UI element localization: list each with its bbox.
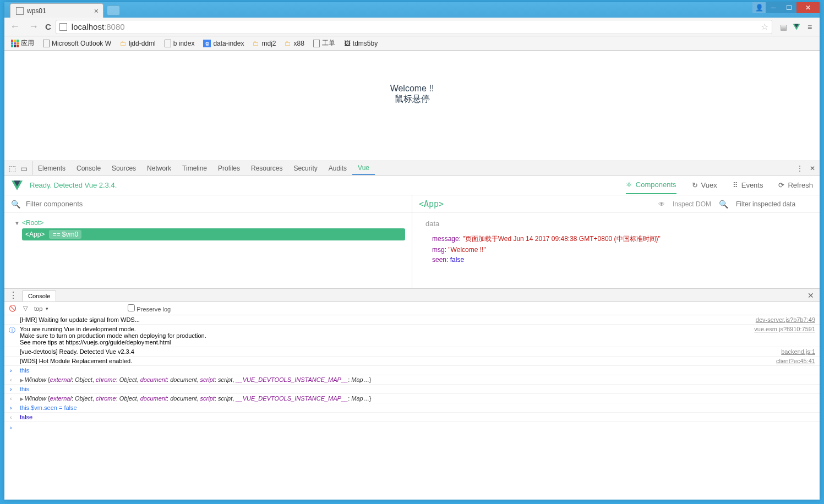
vue-tab-vuex[interactable]: ↻Vuex bbox=[692, 177, 717, 194]
page-content: Welcome !! 鼠标悬停 bbox=[4, 51, 820, 161]
bookmark-item[interactable]: gdata-index bbox=[200, 39, 247, 48]
tree-app-selected[interactable]: <App> == $vm0 bbox=[22, 228, 405, 240]
source-link[interactable]: backend.js:1 bbox=[774, 348, 815, 355]
new-tab-button[interactable] bbox=[107, 6, 120, 15]
back-button[interactable]: ← bbox=[8, 21, 22, 32]
forward-button[interactable]: → bbox=[26, 21, 41, 32]
devtools-menu-icon[interactable]: ⋮ bbox=[796, 165, 803, 172]
tab-security[interactable]: Security bbox=[288, 161, 323, 175]
console-line[interactable]: this bbox=[4, 385, 820, 394]
omnibox[interactable]: localhost:8080 ☆ bbox=[56, 20, 772, 34]
url-port: :8080 bbox=[104, 22, 125, 31]
tab-vue[interactable]: Vue bbox=[352, 161, 375, 175]
reload-button[interactable]: C bbox=[45, 22, 51, 31]
page-icon bbox=[165, 40, 171, 47]
preserve-log-checkbox[interactable]: Preserve log bbox=[128, 304, 171, 313]
vue-devtools-extension-icon[interactable] bbox=[792, 23, 801, 31]
component-detail-panel: <App> 👁 Inspect DOM 🔍 data message: "页面加… bbox=[412, 195, 820, 288]
folder-icon: 🗀 bbox=[285, 40, 291, 47]
source-link[interactable]: dev-server.js?b7b7:49 bbox=[749, 316, 815, 323]
favicon-icon bbox=[16, 7, 24, 15]
clear-console-icon[interactable]: 🚫 bbox=[9, 305, 17, 312]
apps-icon bbox=[11, 40, 19, 47]
component-tree-panel: 🔍 ▼<Root> <App> == $vm0 bbox=[4, 195, 412, 288]
bookmark-item[interactable]: Microsoft Outlook W bbox=[40, 39, 114, 48]
folder-icon: 🗀 bbox=[120, 40, 127, 47]
hover-text: 鼠标悬停 bbox=[395, 94, 430, 105]
address-bar: ← → C localhost:8080 ☆ ▤ ≡ bbox=[4, 18, 820, 36]
tab-audits[interactable]: Audits bbox=[323, 161, 352, 175]
drawer-tab-console[interactable]: Console bbox=[22, 291, 56, 302]
tab-network[interactable]: Network bbox=[141, 161, 177, 175]
console-line[interactable]: this.$vm.seen = false bbox=[4, 403, 820, 413]
vue-logo-icon bbox=[11, 179, 23, 191]
bookmark-item[interactable]: b index bbox=[161, 39, 198, 48]
console-line: ▶Window {external: Object, chrome: Objec… bbox=[4, 394, 820, 403]
tab-close-icon[interactable]: × bbox=[94, 7, 99, 15]
tab-elements[interactable]: Elements bbox=[32, 161, 71, 175]
url-host: localhost bbox=[72, 22, 104, 31]
vue-status: Ready. Detected Vue 2.3.4. bbox=[30, 181, 117, 189]
vue-tab-events[interactable]: ⠿Events bbox=[733, 177, 763, 194]
search-icon: 🔍 bbox=[719, 200, 728, 209]
components-icon: ⚛ bbox=[626, 180, 632, 189]
console-line: false bbox=[4, 413, 820, 422]
caret-down-icon: ▼ bbox=[14, 220, 20, 226]
bookmark-item[interactable]: 🖼tdms5by bbox=[341, 39, 381, 48]
console-toolbar: 🚫 ▽ top Preserve log bbox=[4, 302, 820, 315]
tab-console[interactable]: Console bbox=[71, 161, 106, 175]
filter-icon[interactable]: ▽ bbox=[23, 305, 28, 312]
user-button[interactable]: 👤 bbox=[752, 2, 766, 13]
bookmark-item[interactable]: 🗀x88 bbox=[281, 39, 307, 48]
console-line: You are running Vue in development mode.… bbox=[4, 325, 820, 347]
drawer-tabbar: ⋮ Console ✕ bbox=[4, 289, 820, 302]
events-icon: ⠿ bbox=[733, 181, 738, 189]
context-selector[interactable]: top bbox=[34, 305, 48, 312]
maximize-button[interactable]: ☐ bbox=[781, 2, 796, 13]
tree-root[interactable]: ▼<Root> bbox=[11, 217, 405, 228]
device-toggle-icon[interactable]: ▭ bbox=[20, 164, 28, 173]
page-icon bbox=[59, 23, 67, 31]
minimize-button[interactable]: ─ bbox=[766, 2, 781, 13]
drawer-close-icon[interactable]: ✕ bbox=[802, 291, 820, 300]
console-line: [vue-devtools] Ready. Detected Vue v2.3.… bbox=[4, 347, 820, 357]
console-prompt[interactable] bbox=[4, 422, 820, 426]
bookmark-item[interactable]: 🗀ljdd-ddml bbox=[117, 39, 159, 48]
source-link[interactable]: client?ec45:41 bbox=[770, 358, 815, 364]
tab-sources[interactable]: Sources bbox=[106, 161, 141, 175]
bookmark-item[interactable]: 🗀mdj2 bbox=[249, 39, 279, 48]
vue-refresh-button[interactable]: ⟳Refresh bbox=[778, 177, 813, 194]
search-icon: 🔍 bbox=[11, 200, 20, 209]
tab-timeline[interactable]: Timeline bbox=[177, 161, 212, 175]
vue-tab-components[interactable]: ⚛Components bbox=[626, 176, 676, 194]
drawer-menu-icon[interactable]: ⋮ bbox=[4, 290, 22, 300]
eye-icon: 👁 bbox=[658, 200, 665, 208]
inspect-dom-button[interactable]: Inspect DOM bbox=[673, 200, 711, 208]
source-link[interactable]: vue.esm.js?8910:7591 bbox=[747, 326, 815, 346]
tab-profiles[interactable]: Profiles bbox=[212, 161, 245, 175]
devtools-tabbar: ⬚ ▭ Elements Console Sources Network Tim… bbox=[4, 161, 820, 176]
filter-components-input[interactable] bbox=[26, 200, 405, 208]
window-close-button[interactable]: ✕ bbox=[796, 2, 820, 13]
console-line: [WDS] Hot Module Replacement enabled.cli… bbox=[4, 357, 820, 366]
bookmark-star-icon[interactable]: ☆ bbox=[761, 21, 768, 32]
console-line: ▶Window {external: Object, chrome: Objec… bbox=[4, 375, 820, 385]
filter-data-input[interactable] bbox=[736, 200, 813, 208]
extension-icon[interactable]: ▤ bbox=[779, 23, 788, 31]
refresh-icon: ⟳ bbox=[778, 181, 784, 189]
bookmarks-bar: 应用 Microsoft Outlook W 🗀ljdd-ddml b inde… bbox=[4, 36, 820, 51]
console-line: [HMR] Waiting for update signal from WDS… bbox=[4, 315, 820, 325]
inspect-element-icon[interactable]: ⬚ bbox=[9, 164, 16, 173]
console-line[interactable]: this bbox=[4, 366, 820, 375]
welcome-text: Welcome !! bbox=[390, 84, 434, 94]
bookmark-item[interactable]: 工单 bbox=[310, 37, 339, 49]
vue-logo-icon bbox=[792, 23, 801, 31]
tab-title: wps01 bbox=[27, 7, 46, 15]
menu-icon[interactable]: ≡ bbox=[805, 23, 814, 31]
devtools-close-icon[interactable]: ✕ bbox=[810, 165, 815, 172]
tab-resources[interactable]: Resources bbox=[245, 161, 288, 175]
console-log[interactable]: [HMR] Waiting for update signal from WDS… bbox=[4, 315, 820, 500]
apps-button[interactable]: 应用 bbox=[8, 37, 37, 49]
apps-label: 应用 bbox=[21, 39, 34, 48]
browser-tab[interactable]: wps01 × bbox=[10, 3, 103, 18]
